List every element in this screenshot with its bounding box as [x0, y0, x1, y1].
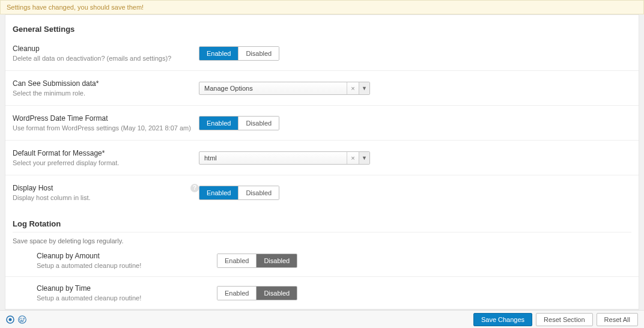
cleanup-enabled[interactable]: Enabled — [199, 47, 238, 60]
display-host-label: Display Host — [13, 184, 193, 192]
log-rotation-desc: Save space by deleting logs regularly. — [5, 232, 639, 244]
submission-role-select[interactable]: Manage Options × ▼ — [199, 82, 370, 95]
display-host-toggle[interactable]: Enabled Disabled — [199, 186, 279, 200]
default-format-value: html — [199, 152, 347, 164]
default-format-clear[interactable]: × — [347, 152, 359, 164]
reset-section-button[interactable]: Reset Section — [536, 313, 592, 326]
cleanup-time-disabled[interactable]: Disabled — [256, 287, 297, 300]
submission-role-clear[interactable]: × — [347, 82, 359, 94]
cleanup-toggle[interactable]: Enabled Disabled — [199, 46, 279, 61]
cleanup-time-label: Cleanup by Time — [37, 284, 211, 293]
submission-role-desc: Select the minimum role. — [13, 90, 193, 97]
cleanup-disabled[interactable]: Disabled — [238, 47, 279, 60]
display-host-enabled[interactable]: Enabled — [199, 186, 238, 199]
row-cleanup-amount: Cleanup by Amount Setup a automated clea… — [5, 244, 639, 277]
settings-panel: General Settings Cleanup Delete all data… — [5, 14, 639, 310]
settings-page: Settings have changed, you should save t… — [0, 0, 644, 328]
cleanup-amount-disabled[interactable]: Disabled — [256, 254, 297, 267]
reset-all-button[interactable]: Reset All — [597, 313, 638, 326]
row-submission-role: Can See Submission data* Select the mini… — [5, 71, 639, 106]
wordpress-icon[interactable] — [18, 315, 26, 324]
cleanup-time-desc: Setup a automated cleanup routine! — [37, 294, 211, 302]
display-host-desc: Display host column in list. — [13, 194, 193, 201]
chevron-down-icon[interactable]: ▼ — [359, 152, 369, 164]
help-icon[interactable]: ? — [190, 184, 199, 192]
cleanup-amount-enabled[interactable]: Enabled — [217, 254, 256, 267]
wp-datetime-enabled[interactable]: Enabled — [199, 117, 238, 130]
wp-datetime-toggle[interactable]: Enabled Disabled — [199, 116, 279, 130]
default-format-label: Default Format for Message* — [13, 149, 193, 157]
unsaved-changes-notice: Settings have changed, you should save t… — [0, 0, 644, 14]
cleanup-amount-desc: Setup a automated cleanup routine! — [37, 262, 211, 269]
save-changes-button[interactable]: Save Changes — [473, 313, 532, 326]
row-wp-datetime: WordPress Date Time Format Use format fr… — [5, 106, 639, 141]
cleanup-amount-toggle[interactable]: Enabled Disabled — [217, 254, 297, 268]
log-rotation-heading: Log Rotation — [13, 210, 631, 232]
cleanup-label: Cleanup — [13, 44, 193, 53]
submission-role-value: Manage Options — [199, 82, 347, 94]
svg-point-1 — [9, 318, 12, 321]
display-host-disabled[interactable]: Disabled — [238, 186, 279, 199]
default-format-desc: Select your preferred display format. — [13, 159, 193, 166]
wp-datetime-disabled[interactable]: Disabled — [238, 117, 279, 130]
row-default-format: Default Format for Message* Select your … — [5, 141, 639, 175]
row-cleanup: Cleanup Delete all data on deactivation?… — [5, 36, 639, 71]
general-settings-heading: General Settings — [5, 15, 639, 36]
row-cleanup-time: Cleanup by Time Setup a automated cleanu… — [5, 277, 639, 309]
wp-datetime-desc: Use format from WordPress settings (May … — [13, 124, 193, 132]
cleanup-time-enabled[interactable]: Enabled — [217, 287, 256, 300]
default-format-select[interactable]: html × ▼ — [199, 151, 370, 165]
theme-icon[interactable] — [6, 315, 14, 324]
cleanup-time-toggle[interactable]: Enabled Disabled — [217, 286, 297, 300]
submission-role-label: Can See Submission data* — [13, 79, 193, 88]
wp-datetime-label: WordPress Date Time Format — [13, 114, 193, 123]
cleanup-desc: Delete all data on deactivation? (emails… — [13, 55, 193, 62]
footer-bar: Save Changes Reset Section Reset All — [0, 310, 644, 328]
cleanup-amount-label: Cleanup by Amount — [37, 252, 211, 260]
chevron-down-icon[interactable]: ▼ — [359, 82, 369, 94]
row-display-host: Display Host Display host column in list… — [5, 175, 639, 210]
